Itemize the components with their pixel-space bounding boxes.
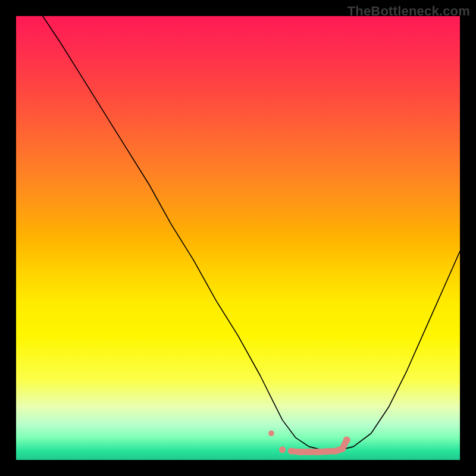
plot-area: [16, 16, 460, 460]
svg-point-0: [268, 430, 274, 436]
bottleneck-curve: [43, 16, 460, 451]
svg-line-17: [342, 440, 346, 449]
chart-frame: TheBottleneck.com: [0, 0, 476, 476]
curve-layer: [16, 16, 460, 460]
optimal-range-markers: [268, 430, 350, 455]
svg-point-1: [279, 446, 286, 453]
watermark-text: TheBottleneck.com: [347, 4, 470, 19]
